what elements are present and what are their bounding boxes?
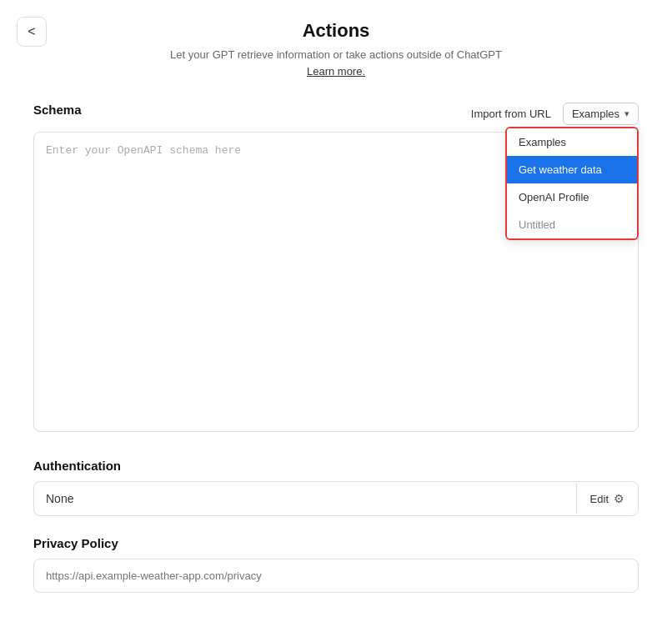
privacy-policy-input[interactable] bbox=[33, 559, 639, 593]
back-button[interactable]: < bbox=[17, 17, 47, 47]
dropdown-item-weather[interactable]: Get weather data bbox=[507, 156, 637, 183]
back-icon: < bbox=[28, 24, 35, 39]
examples-dropdown-menu: Examples Get weather data OpenAI Profile… bbox=[505, 127, 639, 240]
page-subtitle: Let your GPT retrieve information or tak… bbox=[33, 47, 639, 79]
authentication-value: None bbox=[34, 482, 576, 515]
privacy-policy-label: Privacy Policy bbox=[33, 536, 639, 550]
page-container: < Actions Let your GPT retrieve informat… bbox=[0, 0, 672, 617]
import-url-area: Import from URL Examples ▾ Examples Get … bbox=[471, 103, 639, 125]
authentication-edit-button[interactable]: Edit ⚙ bbox=[576, 484, 638, 514]
schema-top-bar: Schema Import from URL Examples ▾ Exampl… bbox=[33, 103, 639, 125]
chevron-down-icon: ▾ bbox=[624, 108, 629, 119]
dropdown-item-examples[interactable]: Examples bbox=[507, 128, 637, 156]
schema-label: Schema bbox=[33, 103, 82, 117]
examples-dropdown-label: Examples bbox=[572, 108, 619, 120]
learn-more-link[interactable]: Learn more. bbox=[307, 65, 365, 78]
dropdown-item-untitled[interactable]: Untitled bbox=[507, 211, 637, 238]
privacy-policy-section: Privacy Policy bbox=[33, 536, 639, 593]
import-url-link[interactable]: Import from URL bbox=[471, 108, 551, 120]
dropdown-item-openai-profile[interactable]: OpenAI Profile bbox=[507, 183, 637, 211]
authentication-section: Authentication None Edit ⚙ bbox=[33, 459, 639, 516]
schema-section: Schema Import from URL Examples ▾ Exampl… bbox=[33, 103, 639, 435]
examples-dropdown-wrapper: Examples ▾ Examples Get weather data Ope… bbox=[563, 103, 639, 125]
page-header: Actions Let your GPT retrieve informatio… bbox=[33, 17, 639, 79]
authentication-row: None Edit ⚙ bbox=[33, 481, 639, 516]
authentication-label: Authentication bbox=[33, 459, 639, 473]
gear-icon: ⚙ bbox=[614, 492, 624, 505]
edit-button-label: Edit bbox=[590, 493, 609, 505]
page-title: Actions bbox=[33, 20, 639, 42]
examples-dropdown-button[interactable]: Examples ▾ bbox=[563, 103, 639, 125]
